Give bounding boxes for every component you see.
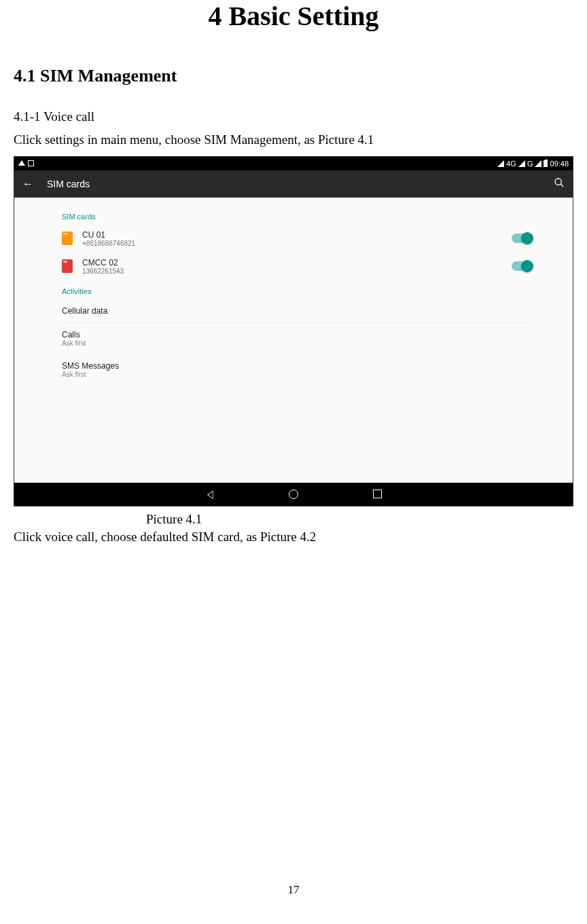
app-icon <box>28 160 34 166</box>
post-caption-text: Click voice call, choose defaulted SIM c… <box>14 527 573 547</box>
nav-back-button[interactable]: ◁ <box>207 487 212 500</box>
chapter-title: 4 Basic Setting <box>14 0 573 32</box>
search-icon[interactable] <box>554 177 565 191</box>
cellular-data-title: Cellular data <box>62 306 532 316</box>
sim2-name: CMCC 02 <box>82 258 512 267</box>
appbar-title: SIM cards <box>47 179 554 189</box>
signal-icon-3 <box>535 160 541 167</box>
sim-icon-1 <box>62 232 73 245</box>
back-button[interactable]: ← <box>22 178 33 190</box>
figure-caption: Picture 4.1 <box>146 512 573 527</box>
clock-time: 09:48 <box>550 160 569 168</box>
sim-icon-2 <box>62 259 73 273</box>
net-g-label: G <box>527 160 533 168</box>
sim1-number: +8618688746821 <box>82 240 512 247</box>
signal-icon <box>497 160 504 167</box>
sms-title: SMS Messages <box>62 361 532 371</box>
subsection-label: 4.1-1 Voice call <box>14 107 573 127</box>
section-title: 4.1 SIM Management <box>14 66 573 86</box>
calls-sub: Ask first <box>62 339 532 347</box>
net-4g-label: 4G <box>506 160 516 168</box>
signal-icon-2 <box>518 160 525 167</box>
sms-row[interactable]: SMS Messages Ask first <box>62 354 532 385</box>
sim2-number: 13662261543 <box>82 267 512 275</box>
nav-recent-button[interactable] <box>373 489 382 498</box>
sim-info-2: CMCC 02 13662261543 <box>82 258 512 275</box>
svg-line-1 <box>561 184 563 187</box>
sim1-name: CU 01 <box>82 230 512 240</box>
sim-row-2[interactable]: CMCC 02 13662261543 <box>62 253 532 280</box>
status-left <box>18 160 34 166</box>
status-bar: 4G G 09:48 <box>14 157 573 170</box>
cellular-data-row[interactable]: Cellular data <box>62 299 532 323</box>
svg-point-0 <box>555 179 561 185</box>
settings-content: SIM cards CU 01 +8618688746821 CMCC 02 1… <box>14 198 573 483</box>
sim1-toggle[interactable] <box>512 234 532 243</box>
sim-info-1: CU 01 +8618688746821 <box>82 230 512 247</box>
sim-cards-category: SIM cards <box>62 212 532 221</box>
sms-sub: Ask first <box>62 371 532 378</box>
screenshot: 4G G 09:48 ← SIM cards SIM cards CU 01 +… <box>14 156 573 506</box>
calls-title: Calls <box>62 330 532 339</box>
intro-text: Click settings in main menu, choose SIM … <box>14 130 573 150</box>
activities-category: Activities <box>62 287 532 295</box>
page-number: 17 <box>288 883 300 897</box>
sim-row-1[interactable]: CU 01 +8618688746821 <box>62 225 532 253</box>
warning-icon <box>18 160 25 166</box>
nav-home-button[interactable] <box>289 489 298 499</box>
status-right: 4G G 09:48 <box>497 160 569 168</box>
calls-row[interactable]: Calls Ask first <box>62 323 532 354</box>
nav-bar: ◁ <box>14 483 573 506</box>
app-bar: ← SIM cards <box>14 170 573 198</box>
sim2-toggle[interactable] <box>512 261 532 271</box>
battery-icon <box>544 160 548 167</box>
